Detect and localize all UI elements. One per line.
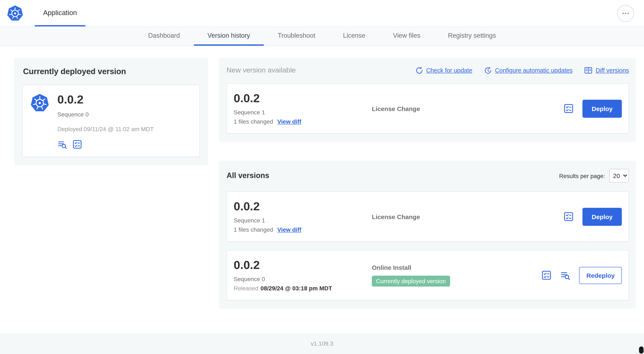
app-version-text: v1.109.3 [311, 340, 333, 347]
source-label: License Change [372, 213, 564, 220]
check-for-update-link[interactable]: Check for update [415, 66, 472, 74]
deploy-button[interactable]: Deploy [582, 100, 622, 118]
tab-dashboard[interactable]: Dashboard [134, 27, 194, 46]
currently-deployed-panel: Currently deployed version [14, 58, 208, 165]
diff-versions-link[interactable]: Diff versions [584, 66, 629, 75]
deployed-version: 0.0.2 [57, 94, 154, 106]
version-source: Online Install Currently deployed versio… [372, 264, 542, 286]
version-info: 0.0.2 Sequence 1 1 files changed View di… [234, 92, 372, 125]
new-version-panel: New version available Check for update [218, 58, 636, 142]
configure-automatic-updates-link[interactable]: Configure automatic updates [484, 66, 572, 74]
kubernetes-logo-icon [7, 5, 24, 22]
version-info: 0.0.2 Sequence 1 1 files changed View di… [234, 200, 372, 233]
tab-license[interactable]: License [329, 27, 379, 46]
version-number: 0.0.2 [234, 92, 372, 104]
currently-deployed-title: Currently deployed version [23, 67, 200, 76]
version-actions-right: Deploy [564, 100, 622, 118]
redeploy-button[interactable]: Redeploy [579, 267, 622, 284]
more-menu-button[interactable] [617, 5, 634, 22]
subnav: Dashboard Version history Troubleshoot L… [0, 27, 644, 46]
view-diff-link[interactable]: View diff [277, 226, 301, 233]
results-per-page-label: Results per page: [559, 172, 605, 179]
version-actions-right: Redeploy [542, 267, 622, 284]
currently-deployed-badge: Currently deployed version [372, 276, 450, 286]
files-changed-line: 1 files changed View diff [234, 118, 372, 125]
deployed-timestamp: Deployed 09/11/24 @ 11:02 am MDT [57, 126, 154, 132]
results-per-page: Results per page: 20 [559, 169, 629, 183]
released-label: Released [234, 285, 258, 291]
files-changed-line: 1 files changed View diff [234, 226, 372, 233]
diff-icon [584, 66, 593, 75]
source-label: License Change [372, 105, 564, 112]
version-info: 0.0.2 Sequence 0 Released 08/29/24 @ 03:… [234, 259, 372, 291]
released-line: Released 08/29/24 @ 03:18 pm MDT [234, 285, 372, 291]
files-changed-label: 1 files changed [234, 226, 273, 233]
results-per-page-select[interactable]: 20 [609, 169, 629, 183]
new-version-header: New version available Check for update [226, 66, 629, 75]
deployed-sequence: Sequence 0 [57, 111, 154, 118]
version-actions-right: Deploy [564, 208, 622, 226]
preflight-checks-icon[interactable] [542, 270, 552, 280]
refresh-icon [415, 66, 423, 74]
all-versions-panel: All versions Results per page: 20 0.0.2 … [218, 160, 636, 309]
released-date: 08/29/24 @ 03:18 pm MDT [260, 285, 332, 291]
preflight-checks-icon[interactable] [564, 212, 574, 222]
tab-troubleshoot[interactable]: Troubleshoot [264, 27, 329, 46]
app-footer: v1.109.3 [0, 333, 644, 354]
main-content: Currently deployed version [0, 46, 644, 333]
page: Application Dashboard Version history Tr… [0, 0, 644, 354]
release-notes-icon[interactable] [57, 140, 67, 149]
deployed-card: 0.0.2 Sequence 0 Deployed 09/11/24 @ 11:… [22, 85, 200, 157]
configure-automatic-updates-label: Configure automatic updates [495, 67, 572, 74]
tab-version-history[interactable]: Version history [194, 27, 264, 46]
new-version-title: New version available [226, 66, 296, 75]
preflight-checks-icon[interactable] [72, 140, 82, 149]
deployed-icon-row [57, 140, 154, 149]
version-sequence: Sequence 1 [234, 217, 372, 223]
diff-versions-label: Diff versions [596, 67, 629, 74]
tab-registry-settings[interactable]: Registry settings [434, 27, 510, 46]
release-notes-icon[interactable] [560, 270, 570, 280]
version-source: License Change [372, 105, 564, 112]
kubernetes-logo [6, 0, 25, 26]
check-for-update-label: Check for update [426, 67, 472, 74]
version-row: 0.0.2 Sequence 0 Released 08/29/24 @ 03:… [226, 250, 629, 300]
version-row: 0.0.2 Sequence 1 1 files changed View di… [226, 191, 629, 242]
files-changed-label: 1 files changed [234, 118, 273, 125]
clock-refresh-icon [484, 66, 492, 74]
kubernetes-icon [30, 93, 50, 113]
view-diff-link[interactable]: View diff [277, 118, 301, 125]
deployed-info: 0.0.2 Sequence 0 Deployed 09/11/24 @ 11:… [57, 93, 154, 149]
all-versions-title: All versions [226, 171, 269, 180]
deploy-button[interactable]: Deploy [582, 208, 622, 226]
version-number: 0.0.2 [234, 200, 372, 212]
version-actions: Check for update Configure automatic up [415, 66, 629, 75]
ellipsis-icon [622, 9, 630, 18]
new-version-card: 0.0.2 Sequence 1 1 files changed View di… [226, 83, 629, 134]
source-label: Online Install [372, 264, 542, 271]
tab-view-files[interactable]: View files [379, 27, 434, 46]
version-number: 0.0.2 [234, 259, 372, 271]
right-column: New version available Check for update [218, 58, 636, 309]
scrollbar-thumb[interactable] [639, 346, 644, 353]
version-source: License Change [372, 213, 564, 220]
all-versions-header: All versions Results per page: 20 [226, 169, 629, 183]
preflight-checks-icon[interactable] [564, 104, 574, 114]
app-tab-label: Application [43, 9, 77, 17]
version-sequence: Sequence 0 [234, 275, 372, 282]
tab-application[interactable]: Application [35, 0, 85, 26]
version-sequence: Sequence 1 [234, 109, 372, 115]
app-header: Application [0, 0, 644, 27]
